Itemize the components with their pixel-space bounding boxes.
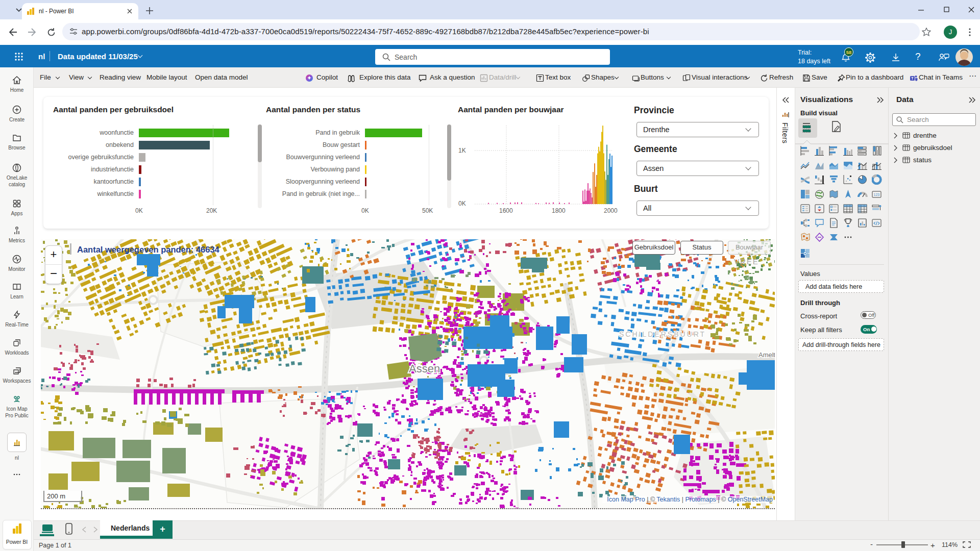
svg-text:Assen: Assen	[409, 362, 440, 375]
svg-text:Amelt: Amelt	[758, 351, 775, 359]
svg-text:VREE: VREE	[734, 257, 759, 266]
svg-text:SCHILDERSBUURT: SCHILDERSBUURT	[619, 330, 706, 338]
svg-text:123: 123	[874, 193, 880, 196]
